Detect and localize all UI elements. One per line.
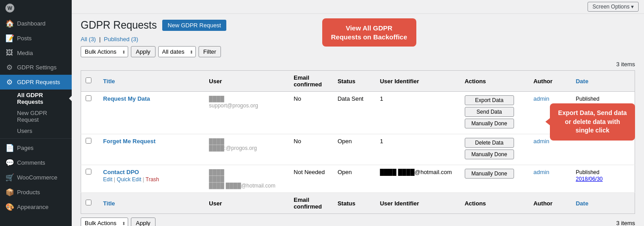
row1-date-status: Published <box>576 96 600 102</box>
row3-check <box>81 165 99 193</box>
row3-actions: Manually Done <box>460 165 529 193</box>
sidebar-item-pages[interactable]: 📄 Pages <box>0 141 72 155</box>
row2-check <box>81 134 99 165</box>
footer-col-date: Date <box>571 193 635 214</box>
row3-uid: ████ ████@hotmail.com <box>376 165 460 193</box>
sidebar-item-label: WooCommerce <box>17 174 57 181</box>
row2-title-link[interactable]: Forget Me Request <box>103 138 156 145</box>
sidebar-item-label: GDPR Requests <box>17 79 60 85</box>
sidebar-item-gdpr-settings[interactable]: ⚙ GDPR Settings <box>0 60 72 75</box>
row3-date-status: Published <box>576 169 600 175</box>
row3-trash-link[interactable]: Trash <box>146 176 159 183</box>
main-content: Screen Options ▾ View All GDPR Requests … <box>72 0 644 226</box>
col-header-author: Author <box>529 71 571 92</box>
footer-col-user: User <box>204 193 289 214</box>
content-area: View All GDPR Requests on Backoffice Exp… <box>72 14 644 226</box>
footer-col-status: Status <box>333 193 376 214</box>
row2-email-confirmed: No <box>289 134 333 165</box>
row3-manually-done-btn[interactable]: Manually Done <box>465 169 514 179</box>
row3-edit-link[interactable]: Edit <box>103 176 112 183</box>
submenu-users[interactable]: Users <box>0 125 72 136</box>
sidebar-item-label: Dashboard <box>17 20 46 27</box>
gdpr-table: Title User Email confirmed Status User I… <box>81 70 635 214</box>
row1-check <box>81 92 99 134</box>
row3-user-email2: ████ <box>209 176 224 182</box>
row1-user-name: ████ <box>209 96 224 102</box>
title-sort-link[interactable]: Title <box>103 78 115 85</box>
row3-author-link[interactable]: admin <box>533 169 549 175</box>
table-footer-header-row: Title User Email confirmed Status User I… <box>81 193 635 214</box>
dashboard-icon: 🏠 <box>5 19 13 28</box>
sidebar-item-products[interactable]: 📦 Products <box>0 185 72 200</box>
row3-status: Open <box>333 165 376 193</box>
sidebar-item-label: Products <box>17 189 40 196</box>
row1-checkbox[interactable] <box>86 95 91 101</box>
row2-checkbox[interactable] <box>86 138 91 144</box>
table-header-row: Title User Email confirmed Status User I… <box>81 71 635 92</box>
row2-user-name: ████ <box>209 138 224 145</box>
screen-options-button[interactable]: Screen Options ▾ <box>588 2 639 12</box>
pages-icon: 📄 <box>5 144 13 152</box>
dates-select-wrap: All dates <box>158 46 196 57</box>
bulk-actions-select[interactable]: Bulk Actions <box>81 46 128 57</box>
apply-button-top[interactable]: Apply <box>131 46 156 57</box>
sidebar-divider <box>0 138 72 139</box>
row1-author-link[interactable]: admin <box>533 95 549 102</box>
submenu-all-gdpr[interactable]: All GDPR Requests <box>0 90 72 107</box>
new-gdpr-request-button[interactable]: New GDPR Request <box>162 20 226 31</box>
sidebar-logo: W <box>0 0 72 16</box>
row2-manually-done-btn[interactable]: Manually Done <box>465 149 514 159</box>
row2-author-link[interactable]: admin <box>533 138 549 145</box>
apply-button-bottom[interactable]: Apply <box>131 217 156 226</box>
date-sort-link[interactable]: Date <box>576 78 588 85</box>
row1-export-btn[interactable]: Export Data <box>465 95 514 105</box>
footer-select-all-checkbox[interactable] <box>86 200 91 205</box>
footer-col-email: Email confirmed <box>289 193 333 214</box>
submenu-new-gdpr[interactable]: New GDPR Request <box>0 107 72 125</box>
row3-checkbox[interactable] <box>86 169 91 175</box>
bottom-bulk-select[interactable]: Bulk Actions <box>81 217 128 226</box>
row3-quick-edit-link[interactable]: Quick Edit <box>117 176 142 183</box>
gdpr-requests-icon: ⚙ <box>5 78 13 86</box>
posts-icon: 📝 <box>5 34 13 43</box>
row3-author: admin <box>529 165 571 193</box>
sidebar-item-posts[interactable]: 📝 Posts <box>0 31 72 46</box>
row1-title-link[interactable]: Request My Data <box>103 95 150 102</box>
sidebar-item-dashboard[interactable]: 🏠 Dashboard <box>0 16 72 31</box>
row3-title-link[interactable]: Contact DPO <box>103 169 139 175</box>
sidebar-item-media[interactable]: 🖼 Media <box>0 46 72 60</box>
filter-button[interactable]: Filter <box>199 46 221 57</box>
dates-select[interactable]: All dates <box>158 46 196 57</box>
row1-send-btn[interactable]: Send Data <box>465 107 514 117</box>
filter-published-link[interactable]: Published (3) <box>104 36 138 43</box>
callout-backoffice: View All GDPR Requests on Backoffice <box>322 18 416 47</box>
col-header-actions: Actions <box>460 71 529 92</box>
row3-user-cell: ████ ████ ████ ████@hotmail.com <box>204 165 289 193</box>
footer-title-sort-link[interactable]: Title <box>103 200 115 207</box>
footer-col-check <box>81 193 99 214</box>
sidebar-item-gdpr-requests[interactable]: ⚙ GDPR Requests <box>0 75 72 90</box>
col-header-email-confirmed: Email confirmed <box>289 71 333 92</box>
footer-date-sort-link[interactable]: Date <box>576 200 588 207</box>
row2-status: Open <box>333 134 376 165</box>
sidebar-item-woocommerce[interactable]: 🛒 WooCommerce <box>0 170 72 185</box>
sidebar-item-label: Comments <box>17 159 45 166</box>
row2-delete-btn[interactable]: Delete Data <box>465 138 514 148</box>
row1-manually-done-btn[interactable]: Manually Done <box>465 119 514 128</box>
row3-date-link[interactable]: 2018/06/30 <box>576 176 603 182</box>
gdpr-settings-icon: ⚙ <box>5 63 13 72</box>
sidebar: W 🏠 Dashboard 📝 Posts 🖼 Media ⚙ GDPR Set… <box>0 0 72 226</box>
row3-date: Published 2018/06/30 <box>571 165 635 193</box>
col-header-date: Date <box>571 71 635 92</box>
row1-uid: 1 <box>376 92 460 134</box>
row2-actions: Delete Data Manually Done <box>460 134 529 165</box>
row1-email-confirmed: No <box>289 92 333 134</box>
sidebar-item-appearance[interactable]: 🎨 Appearance <box>0 200 72 214</box>
sidebar-item-label: GDPR Settings <box>17 64 56 71</box>
comments-icon: 💬 <box>5 158 13 167</box>
row2-user-cell: ████ ████:@progos.org <box>204 134 289 165</box>
filter-all-link[interactable]: All (3) <box>81 36 96 43</box>
sidebar-item-comments[interactable]: 💬 Comments <box>0 155 72 170</box>
select-all-checkbox[interactable] <box>86 77 91 83</box>
row3-row-actions: Edit | Quick Edit | Trash <box>103 176 200 183</box>
